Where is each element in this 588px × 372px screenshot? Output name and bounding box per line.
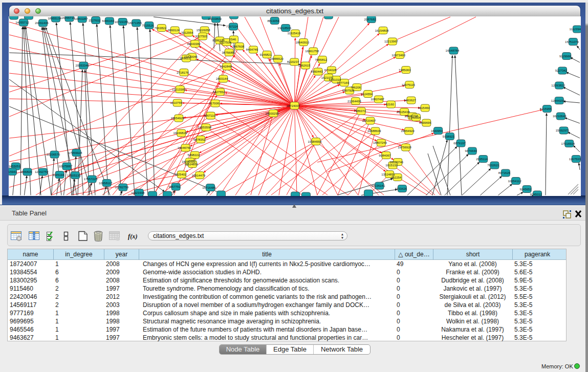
svg-text:16055719: 16055719 — [61, 16, 75, 19]
svg-text:16154808: 16154808 — [375, 29, 389, 32]
svg-text:1455051: 1455051 — [9, 165, 21, 168]
svg-text:9777169: 9777169 — [337, 81, 350, 84]
svg-text:15226058: 15226058 — [197, 29, 210, 32]
svg-text:9084067: 9084067 — [379, 154, 391, 157]
svg-text:1145194: 1145194 — [53, 173, 65, 177]
svg-text:12444191: 12444191 — [551, 99, 565, 102]
svg-text:16914479: 16914479 — [191, 174, 205, 177]
svg-text:12505135: 12505135 — [67, 174, 81, 177]
svg-text:8454749: 8454749 — [246, 48, 258, 51]
svg-text:16961758: 16961758 — [305, 50, 319, 53]
svg-text:9115460: 9115460 — [418, 106, 430, 110]
svg-text:10719155: 10719155 — [115, 20, 128, 24]
svg-text:3915941: 3915941 — [9, 170, 17, 173]
svg-text:10653287: 10653287 — [74, 17, 88, 20]
svg-text:9245012: 9245012 — [530, 193, 542, 195]
svg-text:15751074: 15751074 — [565, 40, 579, 43]
svg-text:1615132: 1615132 — [385, 164, 398, 167]
svg-text:7986372: 7986372 — [354, 110, 366, 113]
svg-text:9146821: 9146821 — [259, 53, 272, 56]
svg-text:15716485: 15716485 — [202, 186, 216, 189]
svg-text:9657791: 9657791 — [168, 185, 181, 188]
svg-text:10975887: 10975887 — [59, 165, 73, 168]
svg-text:1010755: 1010755 — [170, 101, 183, 104]
svg-text:7955812: 7955812 — [315, 58, 328, 61]
svg-text:10973493: 10973493 — [391, 54, 405, 57]
svg-text:1733426: 1733426 — [395, 187, 407, 190]
svg-text:8813054: 8813054 — [268, 19, 280, 23]
svg-text:9327508: 9327508 — [220, 41, 232, 44]
svg-text:15720407: 15720407 — [362, 119, 376, 122]
svg-text:17016504: 17016504 — [561, 142, 575, 145]
svg-text:16046766: 16046766 — [178, 146, 191, 149]
svg-text:16782759: 16782759 — [115, 186, 128, 189]
svg-text:2803144: 2803144 — [216, 77, 228, 80]
svg-text:317006: 317006 — [209, 102, 220, 105]
svg-text:9474444: 9474444 — [465, 149, 477, 152]
svg-text:20206576: 20206576 — [47, 153, 60, 156]
svg-text:2718176: 2718176 — [177, 71, 189, 74]
svg-text:7515526: 7515526 — [142, 24, 154, 27]
svg-text:7632621: 7632621 — [487, 164, 499, 167]
svg-text:18300295: 18300295 — [265, 112, 279, 115]
svg-text:8215955: 8215955 — [540, 107, 552, 111]
svg-text:17359928: 17359928 — [69, 151, 82, 155]
svg-text:16671355: 16671355 — [128, 21, 142, 25]
svg-text:21364436: 21364436 — [347, 100, 361, 103]
svg-text:14353594: 14353594 — [198, 126, 211, 129]
svg-text:12093822: 12093822 — [551, 84, 565, 87]
svg-text:5498222: 5498222 — [188, 154, 200, 157]
svg-text:15692971: 15692971 — [556, 129, 570, 132]
svg-text:f(x): f(x) — [128, 233, 138, 240]
svg-text:15886520: 15886520 — [270, 57, 284, 60]
svg-text:62160: 62160 — [385, 103, 394, 106]
svg-text:1156829: 1156829 — [20, 170, 33, 173]
svg-text:18955134: 18955134 — [48, 17, 61, 20]
svg-text:8471626: 8471626 — [498, 171, 511, 174]
svg-text:12342757: 12342757 — [35, 170, 49, 173]
svg-text:10807487: 10807487 — [371, 98, 384, 101]
svg-text:15524851: 15524851 — [184, 163, 198, 166]
svg-text:6879197: 6879197 — [453, 142, 466, 145]
svg-text:7663822: 7663822 — [155, 27, 167, 30]
svg-text:9699695: 9699695 — [419, 121, 431, 124]
svg-text:16120746: 16120746 — [389, 161, 403, 164]
svg-text:2867608: 2867608 — [232, 45, 245, 48]
svg-text:5938923: 5938923 — [443, 135, 455, 138]
svg-text:6734028: 6734028 — [324, 69, 337, 72]
svg-text:12975115: 12975115 — [402, 83, 416, 86]
svg-text:9327503: 9327503 — [195, 35, 208, 38]
svg-text:10025438: 10025438 — [396, 111, 410, 114]
svg-text:989651: 989651 — [180, 57, 190, 60]
svg-text:9242848: 9242848 — [220, 65, 232, 68]
svg-text:16210643: 16210643 — [553, 115, 567, 118]
svg-text:1362615: 1362615 — [298, 64, 311, 67]
svg-text:8427552: 8427552 — [213, 91, 225, 94]
svg-text:2935114: 2935114 — [476, 158, 488, 161]
svg-text:10688609: 10688609 — [367, 129, 381, 133]
svg-text:5878352: 5878352 — [193, 138, 206, 141]
svg-text:18640910: 18640910 — [295, 41, 309, 44]
svg-text:14055712: 14055712 — [15, 21, 29, 24]
svg-text:11325419: 11325419 — [287, 32, 301, 35]
svg-text:16543382: 16543382 — [187, 42, 201, 46]
svg-text:19384554: 19384554 — [308, 140, 322, 143]
svg-text:3912954: 3912954 — [181, 31, 193, 34]
svg-text:746206: 746206 — [351, 86, 361, 89]
svg-text:6497508: 6497508 — [342, 89, 355, 92]
svg-text:9245652: 9245652 — [519, 188, 532, 191]
svg-text:8220237: 8220237 — [287, 60, 299, 63]
svg-text:2546: 2546 — [229, 38, 236, 41]
svg-text:3875685: 3875685 — [222, 51, 234, 54]
svg-text:1349504: 1349504 — [409, 116, 421, 119]
svg-text:9227342: 9227342 — [555, 69, 568, 72]
svg-text:3124554: 3124554 — [361, 93, 373, 96]
svg-text:16648784: 16648784 — [446, 49, 460, 52]
svg-text:19654925: 19654925 — [170, 117, 184, 120]
svg-text:8990443: 8990443 — [311, 70, 323, 73]
svg-text:18724007: 18724007 — [287, 104, 300, 107]
svg-text:20091406: 20091406 — [35, 21, 49, 25]
svg-text:7485063: 7485063 — [399, 69, 411, 72]
svg-text:252254: 252254 — [391, 176, 402, 179]
svg-text:6466160: 6466160 — [102, 19, 115, 23]
